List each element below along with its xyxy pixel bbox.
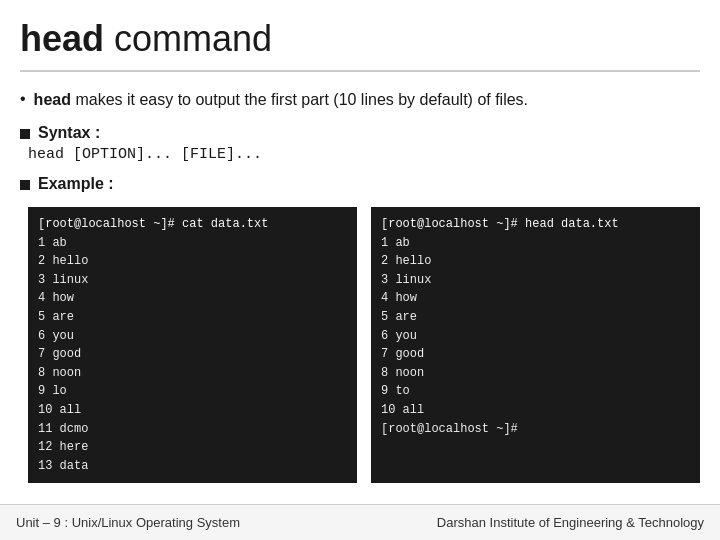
example-label: Example :: [38, 175, 114, 193]
example-header-row: Example :: [20, 175, 700, 193]
terminal-right-line-5: 5 are: [381, 308, 690, 327]
head-description-text: makes it easy to output the first part (…: [71, 91, 528, 108]
terminal-right-line-3: 3 linux: [381, 271, 690, 290]
slide-title: head command: [20, 18, 700, 72]
terminal-right-line-9: 9 to: [381, 382, 690, 401]
bullet-dot: •: [20, 90, 26, 108]
syntax-bullet-icon: [20, 129, 30, 139]
terminal-left-line-1: 1 ab: [38, 234, 347, 253]
terminals-container: [root@localhost ~]# cat data.txt 1 ab 2 …: [28, 207, 700, 483]
terminal-left-line-13: 13 data: [38, 457, 347, 476]
terminal-left-line-2: 2 hello: [38, 252, 347, 271]
example-section: Example : [root@localhost ~]# cat data.t…: [20, 175, 700, 483]
terminal-left-line-3: 3 linux: [38, 271, 347, 290]
terminal-right-line-6: 6 you: [381, 327, 690, 346]
terminal-left-line-10: 10 all: [38, 401, 347, 420]
syntax-label: Syntax :: [38, 124, 100, 142]
syntax-header-row: Syntax :: [20, 124, 700, 142]
terminal-right-line-11: [root@localhost ~]#: [381, 420, 690, 439]
head-keyword: head: [34, 91, 71, 108]
slide: head command • head makes it easy to out…: [0, 0, 720, 540]
terminal-right: [root@localhost ~]# head data.txt 1 ab 2…: [371, 207, 700, 483]
footer: Unit – 9 : Unix/Linux Operating System D…: [0, 504, 720, 540]
footer-unit: Unit – 9 : Unix/Linux Operating System: [16, 515, 240, 530]
terminal-left-line-9: 9 lo: [38, 382, 347, 401]
slide-content: • head makes it easy to output the first…: [20, 88, 700, 500]
syntax-section: Syntax : head [OPTION]... [FILE]...: [20, 124, 700, 163]
terminal-left-line-5: 5 are: [38, 308, 347, 327]
bullet-text: head makes it easy to output the first p…: [34, 88, 528, 112]
terminal-right-line-8: 8 noon: [381, 364, 690, 383]
terminal-right-line-7: 7 good: [381, 345, 690, 364]
title-bold: head: [20, 18, 104, 59]
title-regular: command: [104, 18, 272, 59]
syntax-code: head [OPTION]... [FILE]...: [28, 146, 700, 163]
terminal-left: [root@localhost ~]# cat data.txt 1 ab 2 …: [28, 207, 357, 483]
terminal-left-line-4: 4 how: [38, 289, 347, 308]
terminal-left-line-12: 12 here: [38, 438, 347, 457]
terminal-left-prompt: [root@localhost ~]# cat data.txt: [38, 215, 347, 234]
footer-institute: Darshan Institute of Engineering & Techn…: [437, 515, 704, 530]
example-bullet-icon: [20, 180, 30, 190]
bullet-head-description: • head makes it easy to output the first…: [20, 88, 700, 112]
terminal-right-prompt: [root@localhost ~]# head data.txt: [381, 215, 690, 234]
terminal-right-line-10: 10 all: [381, 401, 690, 420]
terminal-left-line-6: 6 you: [38, 327, 347, 346]
terminal-left-line-8: 8 noon: [38, 364, 347, 383]
terminal-left-line-7: 7 good: [38, 345, 347, 364]
terminal-right-line-4: 4 how: [381, 289, 690, 308]
terminal-right-line-2: 2 hello: [381, 252, 690, 271]
terminal-right-line-1: 1 ab: [381, 234, 690, 253]
terminal-left-line-11: 11 dcmo: [38, 420, 347, 439]
